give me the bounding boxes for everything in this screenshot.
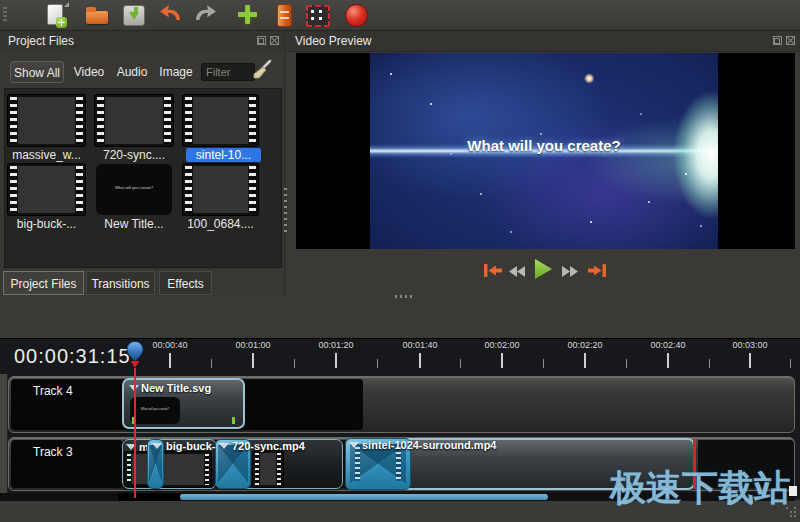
- clip-thumb-text: What will you create?: [130, 407, 180, 411]
- fast-forward-button[interactable]: [561, 264, 579, 282]
- file-thumbnail-big-buck[interactable]: [8, 164, 85, 215]
- file-thumbnail-100-0684[interactable]: [183, 164, 258, 215]
- jump-to-end-button[interactable]: [587, 263, 607, 282]
- project-files-title: Project Files: [8, 34, 74, 48]
- export-frame-shape: [306, 5, 330, 27]
- play-button[interactable]: [533, 258, 554, 284]
- close-panel-icon[interactable]: [270, 36, 279, 45]
- save-project-icon[interactable]: [120, 3, 146, 27]
- close-preview-icon[interactable]: [786, 36, 795, 45]
- file-thumbnail-massive[interactable]: [8, 95, 85, 146]
- new-project-icon[interactable]: [42, 3, 68, 27]
- filter-show-all-button[interactable]: Show All: [10, 61, 64, 83]
- track-4-label: Track 4: [33, 384, 73, 398]
- stars: [390, 73, 392, 75]
- ruler-label: 00:01:00: [223, 340, 283, 350]
- mini-title-text: What will you create?: [96, 184, 172, 189]
- clip-thumbnail: [253, 451, 283, 487]
- ruler-label: 00:02:00: [472, 340, 532, 350]
- timeline-toolbar: 20 seconds: [0, 300, 800, 338]
- clip-thumbnail: [157, 452, 211, 487]
- clip-label: 720-sync.mp4: [232, 440, 305, 452]
- timeline-scrollbar-gap: [118, 493, 180, 501]
- jump-to-start-button[interactable]: [483, 263, 503, 282]
- clip-label: sintel-1024-surround.mp4: [362, 439, 496, 451]
- clip-label: New Title.svg: [141, 382, 211, 394]
- chevron-down-icon[interactable]: [349, 442, 359, 448]
- openshot-window: Project Files Show All Video Audio Image…: [0, 0, 800, 522]
- filter-audio-button[interactable]: Audio: [112, 61, 152, 83]
- open-project-icon[interactable]: [84, 3, 110, 27]
- ruler-label: 00:01:40: [390, 340, 450, 350]
- panel-splitter-grip[interactable]: [284, 188, 287, 236]
- ruler-label: 00:02:40: [638, 340, 698, 350]
- tab-effects[interactable]: Effects: [159, 271, 212, 295]
- import-files-icon[interactable]: [235, 3, 261, 27]
- clip-thumbnail: What will you create?: [130, 397, 180, 424]
- chevron-down-icon[interactable]: [219, 443, 229, 449]
- choose-profile-icon[interactable]: [271, 3, 297, 27]
- folder-shape: [86, 11, 108, 24]
- video-preview-frame: What will you create?: [296, 53, 795, 249]
- float-preview-icon[interactable]: [773, 36, 782, 45]
- rewind-button[interactable]: [508, 264, 526, 282]
- video-frame-galaxy: What will you create?: [370, 53, 718, 249]
- file-name[interactable]: New Title...: [95, 217, 173, 231]
- record-circle-shape: [345, 4, 368, 27]
- file-thumbnail-new-title[interactable]: What will you create?: [96, 164, 172, 215]
- video-overlay-text: What will you create?: [370, 137, 718, 154]
- ruler-label: 00:00:40: [140, 340, 200, 350]
- clip-label: big-buck-: [166, 440, 216, 452]
- file-name[interactable]: 100_0684....: [183, 217, 258, 231]
- file-name[interactable]: big-buck-...: [8, 217, 85, 231]
- watermark-text: 极速下载站: [610, 464, 790, 513]
- chevron-down-icon[interactable]: [152, 443, 162, 449]
- main-toolbar: [0, 0, 800, 31]
- clear-filter-broom-icon[interactable]: [251, 59, 273, 81]
- track-3-label: Track 3: [33, 445, 73, 459]
- video-preview-title: Video Preview: [295, 34, 372, 48]
- file-thumbnail-sintel[interactable]: [183, 95, 258, 146]
- film-sprockets: [396, 447, 401, 481]
- playhead-timecode: 00:00:31:15: [14, 345, 131, 368]
- profile-bar-shape: [277, 4, 292, 27]
- redo-icon[interactable]: [192, 3, 218, 27]
- timeline-ruler[interactable]: 00:00:31:15 00:00:40 00:01:00 00:01:20 0…: [0, 338, 800, 375]
- export-video-icon[interactable]: [304, 3, 330, 27]
- ruler-label: 00:01:20: [306, 340, 366, 350]
- float-panel-icon[interactable]: [257, 36, 266, 45]
- file-name[interactable]: 720-sync....: [95, 148, 173, 162]
- ruler-label: 00:02:20: [555, 340, 615, 350]
- filter-video-button[interactable]: Video: [70, 61, 108, 83]
- watermark-cursor-block: [789, 486, 797, 496]
- ruler-label: 00:03:00: [720, 340, 780, 350]
- playhead-line: [134, 368, 136, 498]
- toolbar-drag-handle[interactable]: [3, 7, 7, 23]
- timeline-scrollbar-thumb[interactable]: [180, 494, 548, 500]
- tab-transitions[interactable]: Transitions: [86, 271, 155, 295]
- file-thumbnail-720-sync[interactable]: [95, 95, 173, 146]
- plus-badge: [56, 17, 67, 28]
- panel-splitter[interactable]: [284, 31, 286, 296]
- keyframe-mark: [232, 417, 235, 424]
- tab-project-files[interactable]: Project Files: [3, 271, 84, 295]
- file-name-selected[interactable]: sintel-10...: [186, 148, 261, 162]
- filter-image-button[interactable]: Image: [156, 61, 196, 83]
- playhead-marker[interactable]: [126, 341, 144, 373]
- timeline-left-edge: [0, 374, 8, 507]
- filter-input[interactable]: [201, 63, 255, 81]
- video-preview-header: Video Preview: [287, 31, 800, 52]
- film-sprockets: [355, 447, 360, 481]
- project-files-header: Project Files: [0, 31, 284, 52]
- clip-new-title[interactable]: New Title.svg What will you create?: [122, 378, 245, 429]
- file-name[interactable]: massive_w...: [8, 148, 85, 162]
- page-fold: [64, 2, 69, 7]
- record-icon[interactable]: [343, 3, 369, 27]
- undo-icon[interactable]: [158, 3, 184, 27]
- horizontal-splitter-grip[interactable]: [395, 295, 413, 298]
